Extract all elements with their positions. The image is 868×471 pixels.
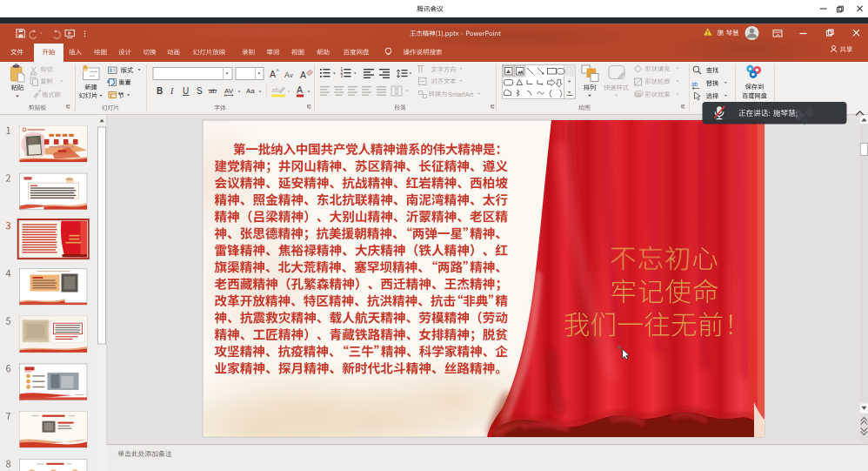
svg-text:S: S (197, 86, 203, 96)
svg-text:A: A (297, 84, 303, 95)
svg-text:SmartArt: SmartArt (448, 91, 473, 98)
svg-text:ab: ab (209, 87, 217, 95)
svg-text:AV: AV (224, 87, 234, 95)
svg-text:B: B (157, 86, 163, 96)
svg-text:U: U (183, 86, 189, 96)
svg-text:Aa: Aa (246, 87, 255, 95)
svg-text:A: A (284, 71, 290, 79)
svg-text:A: A (270, 69, 276, 79)
svg-text:ab: ab (271, 86, 279, 94)
svg-text:A: A (300, 70, 306, 80)
svg-text:I: I (170, 86, 174, 96)
svg-text:ab: ab (691, 81, 698, 87)
